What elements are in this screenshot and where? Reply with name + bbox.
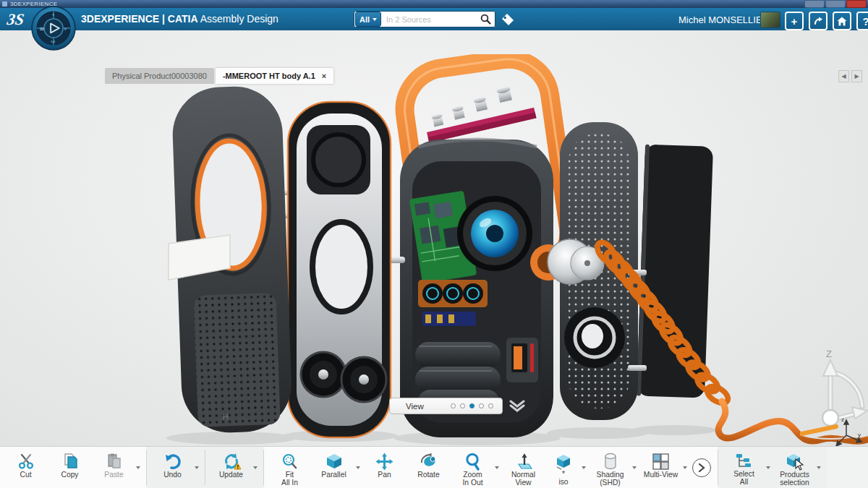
home-icon <box>837 17 847 26</box>
pan-arrows-icon <box>375 453 393 471</box>
svg-text:6,8: 6,8 <box>51 40 56 43</box>
add-content-button[interactable]: + <box>785 12 804 30</box>
iso-dropdown-caret[interactable] <box>579 466 587 469</box>
multi-view-icon <box>652 453 670 471</box>
chevron-down-icon <box>373 18 377 21</box>
model-lens <box>457 196 532 271</box>
multi-view-button[interactable]: Multi-View <box>639 449 683 487</box>
selection-group: Select All Products selection <box>718 447 827 488</box>
tab-scroll-buttons: ◀ ▶ <box>838 70 862 82</box>
parallel-dropdown-caret[interactable] <box>354 466 362 469</box>
share-button[interactable] <box>809 12 827 30</box>
tag-icon[interactable] <box>501 13 515 26</box>
view-manipulation-robot[interactable]: Z z y x <box>800 347 868 461</box>
shading-cylinder-icon <box>603 453 618 471</box>
product-cursor-icon <box>786 453 804 471</box>
window-minimize-button[interactable] <box>804 0 825 8</box>
copy-icon <box>61 453 79 470</box>
undo-icon <box>163 453 182 470</box>
tab-mmeroot-ht-body[interactable]: -MMEROOT HT body A.1 × <box>216 68 333 84</box>
3dexperience-compass[interactable]: 3D + V 6,8 <box>31 6 76 51</box>
parallel-button[interactable]: Parallel <box>312 449 356 487</box>
view-pill-dots <box>451 403 502 408</box>
undo-button[interactable]: Undo <box>150 449 195 487</box>
brand-name: 3DEXPERIENCE <box>81 13 159 25</box>
chevron-right-icon <box>698 463 705 472</box>
iso-cube-icon <box>555 453 572 470</box>
tab-scroll-right-button[interactable]: ▶ <box>851 70 862 82</box>
search-scope-button[interactable]: All <box>355 12 381 27</box>
iso-view-button[interactable]: * iso <box>545 449 582 487</box>
fit-all-in-icon <box>281 453 299 471</box>
search-input[interactable]: In 2 Sources <box>383 15 480 24</box>
normal-view-button[interactable]: Normal View <box>501 449 545 487</box>
home-button[interactable] <box>833 12 851 30</box>
dot-active <box>469 403 475 408</box>
window-close-button[interactable] <box>846 0 867 8</box>
select-all-button[interactable]: Select All <box>722 449 766 487</box>
svg-text:y: y <box>858 432 861 438</box>
tab-scroll-left-button[interactable]: ◀ <box>838 70 849 82</box>
undo-dropdown-caret[interactable] <box>192 466 200 469</box>
fit-all-in-button[interactable]: Fit All In <box>268 449 312 487</box>
z-axis-label: Z <box>826 348 832 359</box>
view-pill-label: View <box>390 402 451 411</box>
user-name[interactable]: Michel MONSELLIER <box>678 14 769 25</box>
dassault-3ds-logo: 3S <box>6 10 25 29</box>
cut-button[interactable]: Cut <box>4 449 48 487</box>
multi-view-dropdown-caret[interactable] <box>681 466 689 469</box>
dot <box>460 403 465 408</box>
app-name: CATIA <box>168 13 198 25</box>
compass-west-label: 3D <box>40 27 45 31</box>
view-tools-group: Fit All In Parallel Pan <box>264 447 718 488</box>
3d-viewport[interactable]: Physical Product00003080 -MMEROOT HT bod… <box>0 30 868 447</box>
tab-physical-product[interactable]: Physical Product00003080 <box>105 68 214 84</box>
svg-text:V: V <box>64 27 67 31</box>
products-selection-button[interactable]: Products selection <box>773 449 817 487</box>
expand-sections-chevron-icon[interactable] <box>508 400 527 413</box>
z-axis-arrow[interactable] <box>823 360 838 376</box>
model-mid-frame <box>288 102 391 437</box>
update-button[interactable]: Update <box>209 449 253 487</box>
robot-orange-edge <box>801 427 836 434</box>
update-group: Update <box>205 447 263 488</box>
shading-dropdown-caret[interactable] <box>630 466 638 469</box>
document-tabs: Physical Product00003080 -MMEROOT HT bod… <box>105 68 333 84</box>
app-header: 3S 3DEXPERIENCE | CATIA Assembly Design … <box>0 8 868 30</box>
rotate-button[interactable]: Rotate <box>407 449 451 487</box>
paste-button[interactable]: Paste <box>92 449 136 487</box>
user-avatar[interactable] <box>761 12 780 27</box>
zoom-in-out-button[interactable]: Zoom In Out <box>451 449 495 487</box>
global-search[interactable]: All In 2 Sources <box>354 11 495 27</box>
select-all-dropdown-caret[interactable] <box>764 466 772 469</box>
window-maximize-button[interactable] <box>825 0 846 8</box>
copy-button[interactable]: Copy <box>48 449 92 487</box>
products-selection-dropdown-caret[interactable] <box>814 466 822 469</box>
x-axis-arrow[interactable] <box>852 407 867 419</box>
plus-icon: + <box>791 15 798 27</box>
share-arrow-icon <box>814 17 823 26</box>
app-tiny-icon <box>2 1 7 7</box>
dot <box>488 403 493 408</box>
clipboard-group: Cut Copy Paste <box>0 447 146 488</box>
shading-button[interactable]: Shading (SHD) <box>588 449 632 487</box>
3d-model-exploded-view: H <box>0 54 868 447</box>
update-dropdown-caret[interactable] <box>251 466 259 469</box>
robot-origin-handle[interactable] <box>822 410 838 426</box>
search-icon[interactable] <box>480 14 491 25</box>
paste-icon <box>106 453 123 470</box>
model-connector-strip <box>421 82 537 143</box>
help-button[interactable]: ? <box>856 12 868 30</box>
more-tools-button[interactable] <box>692 458 711 477</box>
os-title-bar: 3DEXPERIENCE <box>0 0 868 8</box>
model-back-cover <box>637 145 713 398</box>
zoom-dropdown-caret[interactable] <box>493 466 501 469</box>
view-section-pill[interactable]: View <box>389 398 503 414</box>
model-lens-trio <box>418 280 488 307</box>
pan-button[interactable]: Pan <box>362 449 407 487</box>
app-title: 3DEXPERIENCE | CATIA Assembly Design <box>81 13 278 25</box>
tab-close-icon[interactable]: × <box>322 72 326 80</box>
paste-dropdown-caret[interactable] <box>134 466 142 469</box>
dot <box>451 403 456 408</box>
model-usb-port <box>506 338 538 382</box>
